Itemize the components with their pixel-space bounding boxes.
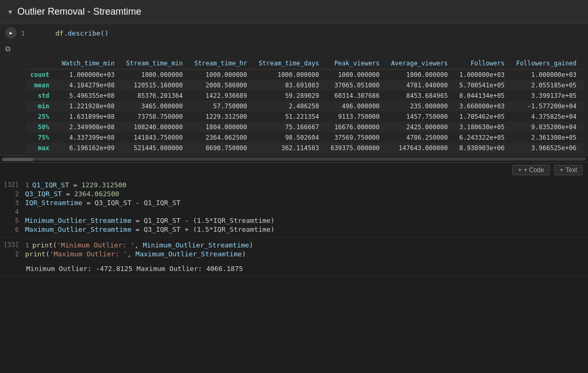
col-header-watch-time: Watch_time_min bbox=[57, 58, 122, 70]
table-cell: 3465.000000 bbox=[122, 101, 190, 111]
table-cell: 1000.000000 bbox=[255, 70, 327, 81]
table-row: min1.221928e+083465.00000057.7500002.406… bbox=[26, 101, 584, 111]
max-output-label: Maximum Outlier: bbox=[136, 265, 202, 273]
scrollbar-row[interactable] bbox=[0, 155, 588, 163]
col-header-followers: Followers bbox=[455, 58, 512, 70]
table-cell: 1229.312500 bbox=[190, 111, 255, 122]
line-num: 2 bbox=[0, 250, 25, 258]
exec-line: 5Minimum_Outlier_Streamtime = Q1_IQR_ST … bbox=[0, 216, 588, 225]
copy-icon[interactable]: ⧉ bbox=[5, 44, 10, 53]
add-buttons-row: + + Code + Text bbox=[0, 163, 588, 177]
table-cell: 1000.000000 bbox=[326, 70, 387, 81]
table-cell: 141843.750000 bbox=[122, 132, 190, 143]
code-cell-33: [33]1 print('Minimum Outlier: ', Minimum… bbox=[0, 238, 588, 276]
table-row: max6.196162e+09521445.0000008690.7500003… bbox=[26, 143, 584, 153]
code-cell-1: ▶ 1 df.describe() bbox=[0, 24, 588, 42]
table-cell: 2.361308e+05 bbox=[512, 132, 584, 143]
table-cell: 60314.307686 bbox=[326, 91, 387, 101]
exec-line: 3IQR_Streamtime = Q3_IQR_ST - Q1_IQR_ST bbox=[0, 198, 588, 207]
cell-33-inner: [33]1 print('Minimum Outlier: ', Minimum… bbox=[0, 238, 588, 262]
col-header-stream-time-days: Stream_time_days bbox=[255, 58, 327, 70]
table-cell: 1804.000000 bbox=[190, 122, 255, 132]
cell-label-33: [33] bbox=[0, 241, 25, 248]
table-cell: 4.337399e+08 bbox=[57, 132, 122, 143]
code-text: IQR_Streamtime = Q3_IQR_ST - Q1_IQR_ST bbox=[25, 199, 180, 207]
col-header-peak-viewers: Peak_viewers bbox=[326, 58, 387, 70]
notebook-header: ▼ Outlier Removal - Streamtime bbox=[0, 0, 588, 24]
run-button[interactable]: ▶ bbox=[5, 27, 17, 39]
code-text: Q3_IQR_ST = 2364.062500 bbox=[25, 190, 119, 198]
code-cell-header: ▶ 1 df.describe() bbox=[0, 24, 588, 42]
cell-33-output: Minimum Outlier: -472.8125 Maximum Outli… bbox=[0, 262, 588, 276]
table-cell: 2008.586000 bbox=[190, 80, 255, 91]
table-cell: 4781.040000 bbox=[387, 80, 455, 91]
table-cell: 5.700541e+05 bbox=[455, 80, 512, 91]
table-cell: 51.221354 bbox=[255, 111, 327, 122]
table-header-row: Watch_time_min Stream_time_min Stream_ti… bbox=[26, 58, 584, 70]
scrollbar-track[interactable] bbox=[2, 157, 586, 161]
table-cell: 8.938903e+06 bbox=[455, 143, 512, 153]
code-text: print('Minimum Outlier: ', Minimum_Outli… bbox=[32, 241, 253, 249]
table-cell: 4.184279e+08 bbox=[57, 80, 122, 91]
table-cell: 3.180630e+05 bbox=[455, 122, 512, 132]
notebook-title: Outlier Removal - Streamtime bbox=[17, 6, 141, 17]
add-text-button[interactable]: + Text bbox=[554, 165, 583, 175]
cell-32-inner: [32]1 Q1_IQR_ST = 1229.3125002Q3_IQR_ST … bbox=[0, 177, 588, 237]
table-cell: 1.221928e+08 bbox=[57, 101, 122, 111]
table-cell: 1.705462e+05 bbox=[455, 111, 512, 122]
table-cell: 235.000000 bbox=[387, 101, 455, 111]
plus-text-icon: + bbox=[560, 166, 563, 174]
table-cell: 2364.062500 bbox=[190, 132, 255, 143]
exec-line: [32]1 Q1_IQR_ST = 1229.312500 bbox=[0, 180, 588, 189]
add-code-label: + Code bbox=[524, 166, 544, 174]
table-cell: 85376.201364 bbox=[122, 91, 190, 101]
line-num: 4 bbox=[0, 208, 25, 216]
table-cell: 2.055185e+05 bbox=[512, 80, 584, 91]
code-text bbox=[25, 208, 29, 216]
table-cell: 4786.250000 bbox=[387, 132, 455, 143]
line-num: 2 bbox=[0, 190, 25, 198]
dataframe-table: Watch_time_min Stream_time_min Stream_ti… bbox=[26, 58, 584, 153]
table-row: 75%4.337399e+08141843.7500002364.0625009… bbox=[26, 132, 584, 143]
table-cell: 1000.000000 bbox=[387, 70, 455, 81]
add-code-button[interactable]: + + Code bbox=[512, 165, 550, 175]
col-header-followers-gained: Followers_gained bbox=[512, 58, 584, 70]
table-cell: 1422.936689 bbox=[190, 91, 255, 101]
table-cell: 3.966525e+06 bbox=[512, 143, 584, 153]
table-cell: 2.349908e+08 bbox=[57, 122, 122, 132]
table-cell: -1.577200e+04 bbox=[512, 101, 584, 111]
add-text-label: Text bbox=[566, 166, 577, 174]
table-cell: 639375.000000 bbox=[326, 143, 387, 153]
exec-line: 2print('Maximum Outlier: ', Maximum_Outl… bbox=[0, 250, 588, 258]
col-header-index bbox=[26, 58, 57, 70]
table-cell: 16676.000000 bbox=[326, 122, 387, 132]
row-label: mean bbox=[26, 80, 57, 91]
table-cell: 5.496355e+08 bbox=[57, 91, 122, 101]
table-cell: 8.044134e+05 bbox=[455, 91, 512, 101]
table-cell: 57.750000 bbox=[190, 101, 255, 111]
collapse-icon[interactable]: ▼ bbox=[8, 8, 12, 16]
table-cell: 6.243322e+05 bbox=[455, 132, 512, 143]
table-row: 25%1.631899e+0873758.7500001229.31250051… bbox=[26, 111, 584, 122]
table-cell: 1000.000000 bbox=[122, 70, 190, 81]
table-row: 50%2.349908e+08108240.0000001804.0000007… bbox=[26, 122, 584, 132]
row-label: count bbox=[26, 70, 57, 81]
table-cell: 2425.000000 bbox=[387, 122, 455, 132]
table-cell: 1457.750000 bbox=[387, 111, 455, 122]
table-cell: 108240.000000 bbox=[122, 122, 190, 132]
table-cell: 1000.000000 bbox=[190, 70, 255, 81]
scrollbar-thumb[interactable] bbox=[2, 158, 33, 161]
row-label: 25% bbox=[26, 111, 57, 122]
table-cell: 1.000000e+03 bbox=[57, 70, 122, 81]
row-label: min bbox=[26, 101, 57, 111]
table-cell: 496.000000 bbox=[326, 101, 387, 111]
line-num: 3 bbox=[0, 199, 25, 207]
exec-line: 2Q3_IQR_ST = 2364.062500 bbox=[0, 189, 588, 198]
exec-line: 4 bbox=[0, 207, 588, 216]
table-cell: 59.289029 bbox=[255, 91, 327, 101]
table-cell: 4.375825e+04 bbox=[512, 111, 584, 122]
table-row: count1.000000e+031000.0000001000.0000001… bbox=[26, 70, 584, 81]
table-cell: 8453.684965 bbox=[387, 91, 455, 101]
table-cell: 521445.000000 bbox=[122, 143, 190, 153]
cell-label-32: [32] bbox=[0, 181, 25, 188]
